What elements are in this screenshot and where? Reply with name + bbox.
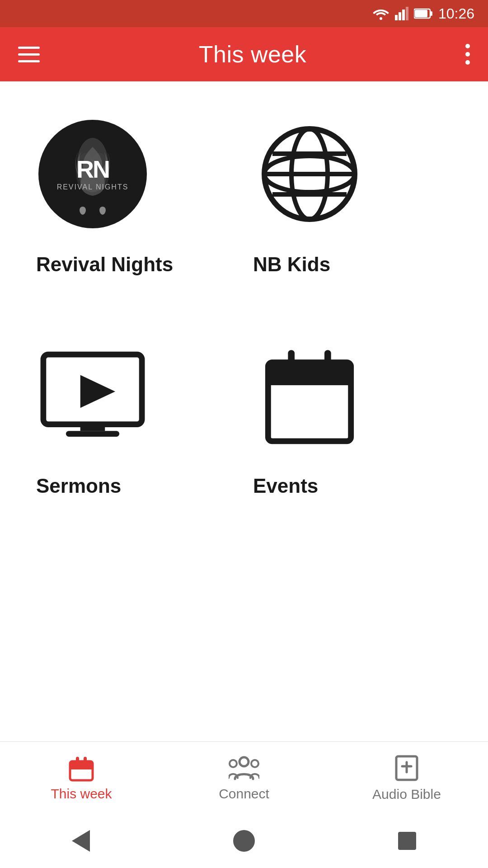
connect-nav-icon [229,755,259,782]
svg-rect-7 [415,10,427,17]
this-week-nav-icon [68,755,95,782]
hamburger-menu-button[interactable] [18,47,40,62]
revival-nights-label: Revival Nights [36,253,173,276]
events-item[interactable]: Events [244,321,461,515]
revival-nights-item[interactable]: RN REVIVAL NIGHTS Revival Nights [27,99,244,294]
sermons-icon-container [36,339,149,452]
wifi-icon [372,7,389,20]
svg-rect-24 [288,350,295,371]
svg-rect-6 [430,11,432,16]
nav-connect-label: Connect [219,786,269,802]
events-icon-container [253,339,366,452]
revival-nights-icon-container: RN REVIVAL NIGHTS [36,118,149,231]
svg-rect-30 [84,757,87,765]
svg-point-0 [380,17,382,20]
status-bar: 10:26 [0,0,488,27]
svg-rect-1 [395,15,398,20]
battery-icon [414,7,433,20]
svg-rect-29 [76,757,79,765]
nav-this-week-label: This week [51,786,112,802]
bottom-navigation: This week Connect Audio Bible [0,741,488,814]
android-home-button[interactable] [233,830,255,852]
svg-rect-2 [399,12,401,20]
svg-rect-25 [324,350,331,371]
nav-connect[interactable]: Connect [163,755,325,802]
svg-marker-18 [80,375,115,408]
svg-point-33 [251,760,258,767]
sermons-label: Sermons [36,475,121,497]
svg-point-31 [239,757,249,766]
page-title: This week [199,41,307,68]
sermons-item[interactable]: Sermons [27,321,244,515]
video-player-icon [38,350,147,441]
android-recent-button[interactable] [398,832,416,850]
signal-icon [395,7,408,20]
nav-this-week[interactable]: This week [0,755,163,802]
android-nav-bar [0,814,488,868]
app-bar: This week [0,27,488,81]
status-icons: 10:26 [372,5,474,22]
content-grid: RN REVIVAL NIGHTS Revival Nights [0,81,488,515]
calendar-icon [262,346,357,445]
nb-kids-label: NB Kids [253,253,330,276]
svg-rect-28 [70,766,93,769]
status-time: 10:26 [438,5,474,22]
more-options-button[interactable] [465,44,470,65]
svg-rect-4 [406,7,408,20]
events-label: Events [253,475,318,497]
audio-bible-nav-icon [394,754,419,782]
nav-audio-bible-label: Audio Bible [372,787,441,802]
globe-icon [260,124,359,224]
nb-kids-item[interactable]: NB Kids [244,99,461,294]
svg-rect-19 [80,425,105,431]
svg-point-32 [230,760,237,767]
svg-rect-20 [66,431,119,437]
svg-rect-23 [268,377,351,385]
svg-rect-3 [402,9,405,20]
nb-kids-icon-container [253,118,366,231]
revival-nights-logo: RN REVIVAL NIGHTS [38,120,147,228]
nav-audio-bible[interactable]: Audio Bible [325,754,488,802]
android-back-button[interactable] [72,830,90,852]
